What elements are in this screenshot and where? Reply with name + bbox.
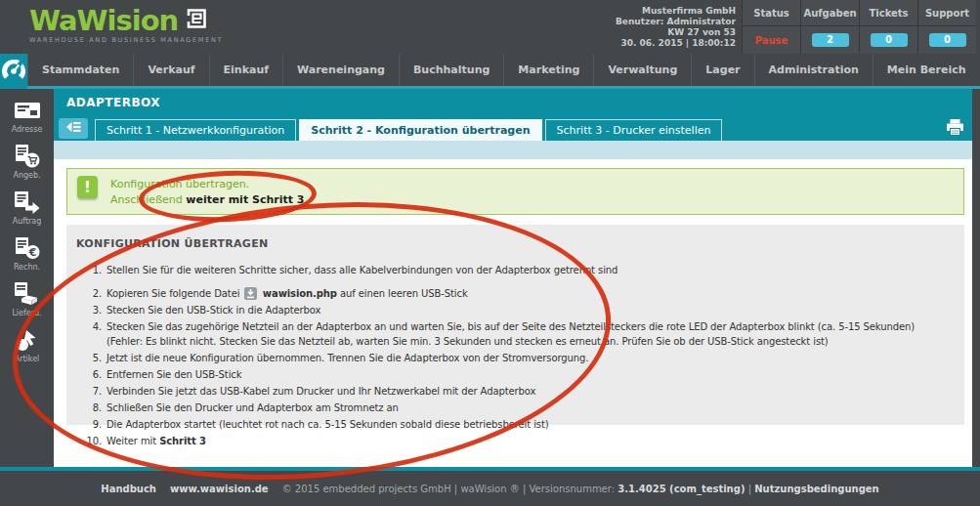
sidebar-item-label: Lieferu. [12,309,41,317]
sidebar-item-adresse[interactable]: Adresse [0,98,54,134]
tab-schritt-2-konfiguration-bertragen[interactable]: Schritt 2 - Konfiguration übertragen [299,119,541,141]
nav-item-verkauf[interactable]: Verkauf [133,54,208,86]
download-icon[interactable] [242,288,259,299]
status-col-label: Tickets [860,0,917,26]
home-button[interactable] [0,54,27,89]
nav-item-buchhaltung[interactable]: Buchhaltung [399,54,503,86]
panel-title: KONFIGURATION ÜBERTRAGEN [76,237,955,250]
step-1: 1.Stellen Sie für die weiteren Schritte … [84,263,955,277]
sidebar: AdresseAngeb.Auftrag€Rechn.Lieferu.Artik… [0,89,54,467]
address-icon [14,98,41,122]
sidebar-item-artikel[interactable]: Artikel [0,327,54,363]
step-6: 6.Entfernen Sie den USB-Stick [84,367,955,382]
step-4: 4.Stecken Sie das zugehörige Netzteil an… [84,319,955,349]
exclamation-icon: ! [77,176,98,198]
wawision-app: WaWision WAREHOUSE AND BUSINESS MANAGEME… [0,0,980,506]
nav-item-verwaltung[interactable]: Verwaltung [593,54,691,86]
sidebar-item-label: Angeb. [13,171,40,180]
sidebar-item-rechn[interactable]: €Rechn. [0,235,54,272]
nav-item-marketing[interactable]: Marketing [503,54,593,86]
sidebar-item-angeb[interactable]: Angeb. [0,144,54,180]
badge-support[interactable]: 0 [929,33,966,47]
alert-bold-text: weiter mit Schritt 3 [186,193,304,206]
nav-item-stammdaten[interactable]: Stammdaten [27,54,133,86]
print-button[interactable] [946,119,964,139]
nav-item-mein-bereich[interactable]: Mein Bereich [873,54,980,86]
alert-line2: Anschließend weiter mit Schritt 3. [110,192,308,208]
subheader-strip [54,141,972,159]
chevron-left-list-icon [65,121,81,136]
offer-icon [15,144,40,168]
status-col-tickets: Tickets0 [859,0,917,54]
step-10: 10.Weiter mit Schritt 3 [84,434,955,448]
sidebar-item-label: Rechn. [14,263,40,272]
app-footer: Handbuch www.wawision.de © 2015 embedded… [0,471,980,506]
sidebar-item-auftrag[interactable]: Auftrag [0,190,54,226]
calendar-week-line: KW 27 von 53 [616,27,736,38]
success-alert: ! Konfiguration übertragen. Anschließend… [66,168,964,215]
status-col-status: StatusPause [742,0,800,54]
step-7: 7.Verbinden Sie jetzt das USB-Kabel zum … [84,384,955,399]
app-header: WaWision WAREHOUSE AND BUSINESS MANAGEME… [0,0,980,54]
step-8: 8.Schließen Sie den Drucker und Adapterb… [84,401,955,415]
logo-text: WaWision [29,6,178,35]
dashboard-icon [0,57,27,86]
nav-item-lager[interactable]: Lager [691,54,753,86]
invoice-icon: € [15,235,40,260]
status-col-label: Support [918,0,976,26]
sidebar-item-label: Adresse [12,125,43,134]
status-col-support: Support0 [917,0,976,54]
collapse-menu-button[interactable] [59,118,88,139]
alert-line1: Konfiguration übertragen. [110,177,308,192]
tab-bar: Schritt 1 - NetzwerkkonfigurationSchritt… [54,115,972,141]
page-title: ADAPTERBOX [54,89,972,115]
terms-link[interactable]: Nutzungsbedingungen [754,484,879,494]
tab-schritt-3-drucker-einstellen[interactable]: Schritt 3 - Drucker einstellen [545,119,723,141]
steps-list: 1.Stellen Sie für die weiteren Schritte … [76,263,955,448]
tabs: Schritt 1 - NetzwerkkonfigurationSchritt… [95,119,725,141]
svg-text:€: € [27,246,36,259]
alert-text: Konfiguration übertragen. Anschließend w… [110,176,308,208]
handbuch-link[interactable]: Handbuch [101,484,156,494]
status-col-aufgaben: Aufgaben2 [800,0,859,54]
sidebar-item-label: Auftrag [13,217,42,226]
instructions-panel: KONFIGURATION ÜBERTRAGEN 1.Stellen Sie f… [66,225,964,425]
logo[interactable]: WaWision WAREHOUSE AND BUSINESS MANAGEME… [29,6,223,44]
step-3: 3.Stecken Sie den USB-Stick in die Adapt… [84,303,955,317]
badge-tickets[interactable]: 0 [871,33,908,47]
nav-item-wareneingang[interactable]: Wareneingang [282,54,399,86]
version-number: 3.1.4025 (com_testing) [618,484,745,494]
user-line: Benutzer: Administrator [616,17,736,27]
tab-schritt-1-netzwerkkonfiguration[interactable]: Schritt 1 - Netzwerkkonfiguration [95,119,296,141]
status-col-label: Status [743,0,800,26]
printer-icon [946,124,964,139]
badge-aufgaben[interactable]: 2 [812,33,849,47]
nav-item-administration[interactable]: Administration [754,54,873,86]
article-icon [15,327,40,352]
status-col-label: Aufgaben [801,0,859,26]
logo-tagline: WAREHOUSE AND BUSINESS MANAGEMENT [29,36,223,44]
order-icon [14,190,40,214]
embedded-projects-logo-icon [185,7,208,34]
status-panel: StatusPauseAufgaben2Tickets0Support0 [742,0,976,54]
step-2: 2.Kopieren Sie folgende Datei wawision.p… [84,286,955,301]
copyright-text: © 2015 embedded projects GmbH | waWision… [282,484,879,494]
nav-item-einkauf[interactable]: Einkauf [209,54,282,86]
website-link[interactable]: www.wawision.de [170,484,269,494]
sidebar-item-lieferu[interactable]: Lieferu. [0,281,54,317]
step-5: 5.Jetzt ist die neue Konfiguration übern… [84,351,955,365]
company-info: Musterfirma GmbH Benutzer: Administrator… [616,6,736,49]
sidebar-item-label: Artikel [15,355,40,363]
status-value-status[interactable]: Pause [755,35,788,46]
content: ADAPTERBOX Schritt 1 - Netzwerkkonfigura… [54,89,972,467]
step-9: 9.Die Adapterbox startet (leuchtet rot n… [84,417,955,432]
datetime-line: 30. 06. 2015 | 18:00:12 [616,38,736,49]
company-name: Musterfirma GmbH [616,6,736,17]
main-nav: StammdatenVerkaufEinkaufWareneingangBuch… [0,54,980,89]
delivery-icon [14,281,40,306]
